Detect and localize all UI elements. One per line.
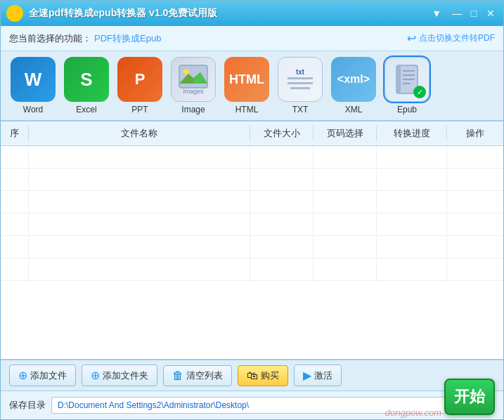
activate-button[interactable]: ▶ 激活	[294, 365, 342, 386]
titlebar: ⚡ 全速pdf转换成epub转换器 v1.0免费试用版 ▼ — □ ✕	[1, 1, 503, 26]
table-row	[1, 236, 503, 258]
bottom-toolbar: ⊕ 添加文件 ⊕ 添加文件夹 🗑 清空列表 🛍 购买 ▶ 激活	[1, 359, 503, 391]
add-folder-icon: ⊕	[91, 369, 100, 382]
image-svg	[178, 64, 209, 89]
image-placeholder: images	[172, 58, 215, 101]
format-html[interactable]: HTML HTML	[223, 57, 271, 114]
titlebar-title: 全速pdf转换成epub转换器 v1.0免费试用版	[29, 7, 217, 20]
minimize-button[interactable]: —	[450, 6, 464, 20]
format-epub[interactable]: ✓ Epub	[383, 57, 431, 114]
buy-icon: 🛍	[247, 369, 258, 382]
titlebar-left: ⚡ 全速pdf转换成epub转换器 v1.0免费试用版	[6, 5, 217, 22]
format-ppt[interactable]: P PPT	[116, 57, 164, 114]
word-letter: W	[25, 69, 42, 91]
table-row	[1, 214, 503, 236]
format-excel[interactable]: S Excel	[63, 57, 110, 114]
table-row	[1, 169, 503, 191]
xml-icon-box: <xml>	[331, 57, 376, 102]
svg-point-1	[183, 69, 189, 74]
switch-arrow-icon: ↩	[407, 32, 416, 45]
switch-label: 点击切换文件转PDF	[419, 32, 495, 44]
excel-label: Excel	[76, 105, 96, 114]
word-icon-box: W	[11, 57, 56, 102]
word-label: Word	[23, 105, 43, 114]
ppt-icon-box: P	[117, 57, 162, 102]
activate-icon: ▶	[303, 369, 311, 382]
close-button[interactable]: ✕	[484, 6, 498, 20]
col-filesize: 文件大小	[250, 126, 314, 141]
add-folder-label: 添加文件夹	[103, 369, 148, 382]
topbar: 您当前选择的功能： PDF转换成Epub ↩ 点击切换文件转PDF	[1, 26, 503, 51]
ppt-letter: P	[135, 70, 146, 88]
format-bar: W Word S Excel P PPT	[1, 51, 503, 122]
app-logo: ⚡	[6, 5, 23, 22]
format-xml[interactable]: <xml> XML	[330, 57, 377, 114]
excel-letter: S	[80, 69, 92, 91]
clear-list-button[interactable]: 🗑 清空列表	[163, 365, 232, 386]
col-seq: 序	[1, 126, 29, 141]
current-function-value[interactable]: PDF转换成Epub	[94, 32, 161, 45]
excel-icon-box: S	[64, 57, 109, 102]
start-label: 开始	[454, 386, 485, 407]
save-path[interactable]: D:\Document And Settings2\Administrator\…	[51, 397, 467, 414]
table-row	[1, 146, 503, 169]
table-row	[1, 191, 503, 214]
svg-rect-0	[179, 65, 207, 88]
txt-icon-box: txt	[278, 57, 323, 102]
add-file-button[interactable]: ⊕ 添加文件	[9, 365, 76, 386]
format-txt[interactable]: txt TXT	[276, 57, 324, 114]
col-page: 页码选择	[314, 126, 377, 141]
xml-label: XML	[345, 105, 363, 114]
image-label: Image	[181, 105, 205, 114]
col-filename: 文件名称	[29, 126, 250, 141]
epub-icon-box: ✓	[385, 57, 429, 102]
activate-label: 激活	[314, 369, 332, 382]
buy-button[interactable]: 🛍 购买	[238, 365, 288, 386]
add-file-icon: ⊕	[18, 369, 27, 382]
file-table: 序 文件名称 文件大小 页码选择 转换进度 操作	[1, 122, 503, 359]
main-window: ⚡ 全速pdf转换成epub转换器 v1.0免费试用版 ▼ — □ ✕ 您当前选…	[0, 0, 504, 420]
svg-rect-5	[396, 65, 401, 93]
titlebar-controls: ▼ — □ ✕	[432, 6, 498, 20]
col-action: 操作	[447, 126, 503, 141]
filter-icon: ▼	[432, 8, 441, 19]
table-header: 序 文件名称 文件大小 页码选择 转换进度 操作	[1, 122, 503, 146]
clear-icon: 🗑	[172, 369, 183, 382]
html-letter: HTML	[229, 72, 264, 87]
buy-label: 购买	[261, 369, 279, 382]
html-label: HTML	[235, 105, 259, 114]
image-icon-box: images	[171, 57, 216, 102]
xml-letter: <xml>	[337, 73, 370, 86]
switch-to-pdf-button[interactable]: ↩ 点击切换文件转PDF	[407, 32, 495, 45]
save-label: 保存目录	[9, 399, 46, 412]
clear-label: 清空列表	[186, 369, 223, 382]
maximize-button[interactable]: □	[467, 6, 481, 20]
col-progress: 转换进度	[377, 126, 447, 141]
add-file-label: 添加文件	[30, 369, 67, 382]
save-bar: 保存目录 D:\Document And Settings2\Administr…	[1, 391, 503, 419]
table-row	[1, 258, 503, 281]
format-word[interactable]: W Word	[9, 57, 57, 114]
html-icon-box: HTML	[224, 57, 269, 102]
epub-label: Epub	[397, 105, 417, 114]
current-function-label: 您当前选择的功能：	[9, 32, 91, 45]
start-button[interactable]: 开始	[444, 379, 495, 415]
txt-label: TXT	[292, 105, 309, 114]
ppt-label: PPT	[131, 105, 148, 114]
table-body	[1, 146, 503, 359]
current-function: 您当前选择的功能： PDF转换成Epub	[9, 32, 161, 45]
format-image[interactable]: images Image	[169, 57, 217, 114]
add-folder-button[interactable]: ⊕ 添加文件夹	[82, 365, 157, 386]
epub-check-icon: ✓	[413, 86, 426, 98]
